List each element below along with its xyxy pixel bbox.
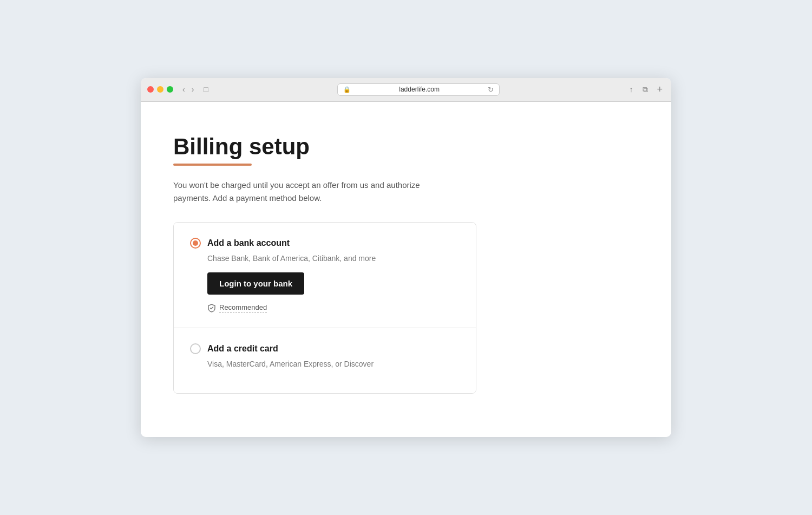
recommended-badge: Recommended xyxy=(207,303,460,312)
back-button[interactable]: ‹ xyxy=(180,84,188,95)
bank-account-option: Add a bank account Chase Bank, Bank of A… xyxy=(174,223,476,328)
page-title: Billing setup xyxy=(173,134,639,159)
duplicate-button[interactable]: ⧉ xyxy=(639,83,651,96)
browser-actions: ↑ ⧉ + xyxy=(626,83,665,96)
url-text: ladderlife.com xyxy=(353,86,485,93)
payment-options-container: Add a bank account Chase Bank, Bank of A… xyxy=(173,222,476,394)
bank-option-header: Add a bank account xyxy=(190,238,460,249)
shield-icon xyxy=(207,304,216,312)
credit-card-option: Add a credit card Visa, MasterCard, Amer… xyxy=(174,328,476,393)
login-to-bank-button[interactable]: Login to your bank xyxy=(207,272,304,295)
reload-button[interactable]: ↻ xyxy=(488,86,494,94)
forward-button[interactable]: › xyxy=(189,84,197,95)
credit-card-radio-button[interactable] xyxy=(190,343,201,354)
add-tab-button[interactable]: + xyxy=(654,84,665,95)
sidebar-button[interactable]: □ xyxy=(201,84,211,95)
bank-option-title: Add a bank account xyxy=(207,238,290,248)
address-bar-wrapper: 🔒 ladderlife.com ↻ xyxy=(215,83,622,96)
traffic-lights xyxy=(147,86,173,93)
recommended-label: Recommended xyxy=(219,303,267,312)
bank-option-description: Chase Bank, Bank of America, Citibank, a… xyxy=(207,254,460,263)
nav-buttons: ‹ › xyxy=(180,84,197,95)
lock-icon: 🔒 xyxy=(343,86,351,93)
share-button[interactable]: ↑ xyxy=(626,83,636,95)
page-content: Billing setup You won't be charged until… xyxy=(141,102,671,437)
browser-window: ‹ › □ 🔒 ladderlife.com ↻ ↑ ⧉ + Billing s… xyxy=(141,78,671,437)
maximize-button[interactable] xyxy=(167,86,173,93)
title-underline xyxy=(173,164,252,166)
minimize-button[interactable] xyxy=(157,86,163,93)
credit-card-option-title: Add a credit card xyxy=(207,344,278,354)
close-button[interactable] xyxy=(147,86,154,93)
credit-card-option-description: Visa, MasterCard, American Express, or D… xyxy=(207,360,460,368)
browser-chrome: ‹ › □ 🔒 ladderlife.com ↻ ↑ ⧉ + xyxy=(141,78,671,102)
bank-radio-button[interactable] xyxy=(190,238,201,249)
credit-card-option-header: Add a credit card xyxy=(190,343,460,354)
url-wrapper[interactable]: 🔒 ladderlife.com ↻ xyxy=(337,83,500,96)
page-subtitle: You won't be charged until you accept an… xyxy=(173,179,433,205)
